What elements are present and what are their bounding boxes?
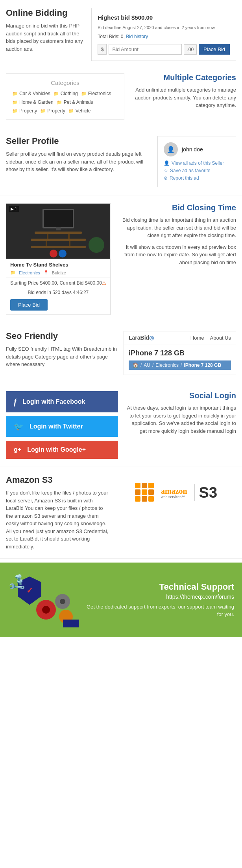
category-item-clothing[interactable]: 📁 Clothing: [54, 91, 78, 96]
online-bidding-section: Online Bidding Manage online bid with th…: [0, 0, 242, 65]
category-item-pets[interactable]: 📁 Pet & Animals: [57, 99, 93, 105]
category-item-car[interactable]: 📁 Car & Vehicles: [12, 91, 50, 96]
categories-box: Categories 📁 Car & Vehicles 📁 Clothing 📁…: [6, 73, 124, 120]
category-item-property2[interactable]: 📁 Property: [40, 108, 65, 114]
brand-logo: LaraBid◎: [129, 335, 154, 341]
nav-home-link[interactable]: Home: [190, 335, 204, 341]
amazon-logo-box: amazon web services™ S3: [116, 475, 236, 511]
folder-icon-clothing: 📁: [54, 91, 59, 96]
amazon-description: If you don't like keep the files / photo…: [6, 489, 110, 550]
aws-brand-text: amazon: [161, 487, 187, 496]
highest-bid-label: Highest bid $500.00: [98, 14, 230, 21]
browser-content: iPhone 7 128 GB 🏠 / AU / Electronics / i…: [124, 344, 236, 375]
social-buttons: f Login with Facebook 🐦 Login with Twitt…: [6, 391, 118, 459]
category-item-home[interactable]: 📁 Home & Garden: [12, 99, 54, 105]
categories-grid: 📁 Car & Vehicles 📁 Clothing 📁 Electronic…: [12, 91, 118, 114]
folder-icon-home: 📁: [12, 100, 18, 105]
view-all-ads-link[interactable]: 👤 View all ads of this Seller: [164, 160, 230, 166]
social-login-text: Social Login At these days, social login…: [124, 391, 236, 435]
seller-profile-section: Seller Profile Seller profiles you will …: [0, 130, 242, 193]
tech-support-url: https://themeqx.com/forums: [85, 594, 234, 600]
product-price: Starting Price $400.00, Current Bid $400…: [6, 278, 110, 288]
social-login-description: At these days, social login is an import…: [124, 404, 236, 435]
seo-browser-box: LaraBid◎ Home About Us iPhone 7 128 GB 🏠…: [124, 331, 236, 375]
category-item-electronics[interactable]: 📁 Electronics: [81, 91, 111, 96]
tech-support-icons: ✓ 🔧 🔩: [8, 572, 79, 627]
category-item-property1[interactable]: 📁 Property: [12, 108, 37, 114]
breadcrumb-electronics: Electronics: [155, 362, 179, 368]
online-bidding-text: Online Bidding Manage online bid with th…: [6, 8, 85, 61]
product-category-link[interactable]: Electronics: [19, 270, 40, 275]
place-bid-button[interactable]: Place Bid: [199, 44, 230, 55]
gear-red-icon: [36, 600, 56, 620]
tech-support-description: Get the dedicated support from experts, …: [85, 603, 234, 618]
breadcrumb-au: AU: [144, 362, 150, 368]
seo-description: Fully SEO friendly HTML tag With Breadcr…: [6, 345, 118, 368]
report-ad-link[interactable]: ⊗ Report this ad: [164, 175, 230, 181]
product-bid-closing-section: ▶ 1: [0, 197, 242, 321]
tech-support-title: Technical Support: [85, 582, 234, 592]
product-image: ▶ 1: [6, 204, 110, 259]
bid-history-link[interactable]: Bid history: [126, 34, 148, 39]
aws-sub-text: web services™: [161, 495, 187, 499]
google-login-button[interactable]: g+ Login with Google+: [6, 441, 118, 459]
bid-deadline-text: Bid deadline August 27, 2020 and closes …: [98, 25, 230, 31]
online-bidding-title: Online Bidding: [6, 8, 85, 18]
blue-rect: [63, 620, 79, 627]
product-meta: 📁 Electronics 📍 Bulqize: [6, 269, 110, 276]
twitter-icon: 🐦: [14, 422, 24, 431]
seller-links: 👤 View all ads of this Seller ☆ Save ad …: [164, 160, 230, 181]
social-login-section: f Login with Facebook 🐦 Login with Twitt…: [0, 385, 242, 465]
bid-closing-paragraph1: Bid closing time is an important thing i…: [116, 216, 236, 239]
save-favorite-link[interactable]: ☆ Save ad as favorite: [164, 168, 230, 173]
categories-section: Categories 📁 Car & Vehicles 📁 Clothing 📁…: [0, 69, 242, 126]
facebook-login-button[interactable]: f Login with Facebook: [6, 391, 118, 412]
user-icon: 👤: [164, 160, 170, 166]
social-login-title: Social Login: [124, 391, 236, 400]
gear-gray-icon: [55, 594, 70, 609]
folder-icon-property1: 📁: [12, 108, 18, 114]
nav-about-link[interactable]: About Us: [210, 335, 231, 341]
browser-nav: LaraBid◎ Home About Us: [124, 331, 236, 344]
facebook-icon: f: [14, 397, 17, 407]
multiple-categories-text: Multiple Categories Add unlimited multip…: [130, 73, 236, 109]
bid-input-row: $ .00 Place Bid: [98, 44, 230, 55]
aws-text-block: amazon web services™: [161, 487, 187, 499]
star-icon: ☆: [164, 168, 168, 173]
seo-section: Seo Friendly Fully SEO friendly HTML tag…: [0, 325, 242, 381]
product-bid-btn-container: Place Bid: [10, 299, 106, 311]
amazon-s3-section: Amazon S3 If you don't like keep the fil…: [0, 469, 242, 556]
categories-title: Categories: [12, 79, 118, 86]
product-title: Home Tv Stand Shelves: [6, 259, 110, 269]
online-bidding-description: Manage online bid with this PHP auction …: [6, 22, 85, 53]
dollar-sign: $: [98, 44, 107, 55]
category-item-vehicle[interactable]: 📁 Vehicle: [68, 108, 91, 114]
seo-text: Seo Friendly Fully SEO friendly HTML tag…: [6, 331, 118, 368]
tech-support-footer: ✓ 🔧 🔩 Technical Support https://themeqx.…: [0, 563, 242, 637]
product-bid-ends: Bid ends in 520 days 4:46:27: [6, 288, 110, 297]
seller-text: Seller Profile Seller profiles you will …: [6, 136, 151, 173]
seller-profile-description: Seller profiles you will find on every p…: [6, 150, 151, 173]
aws-boxes-visual: [135, 483, 154, 503]
folder-icon-pets: 📁: [57, 100, 62, 105]
folder-icon: 📁: [10, 270, 16, 275]
seller-profile-box: 👤 john doe 👤 View all ads of this Seller…: [157, 136, 236, 187]
total-bids: Total Bids: 0, Bid history: [98, 34, 230, 39]
folder-icon-property2: 📁: [40, 108, 46, 114]
amazon-logo: amazon web services™ S3: [135, 483, 217, 503]
folder-icon-electronics: 📁: [81, 91, 87, 96]
twitter-login-button[interactable]: 🐦 Login with Twitter: [6, 416, 118, 437]
seller-header: 👤 john doe: [164, 142, 230, 156]
product-location: Bulqize: [52, 270, 66, 275]
report-icon: ⊗: [164, 175, 168, 181]
warning-icon: ⚠: [102, 280, 106, 286]
bid-closing-paragraph2: It will show a countdown in every ad pre…: [116, 243, 236, 267]
place-bid-product-button[interactable]: Place Bid: [10, 299, 48, 311]
tech-support-text: Technical Support https://themeqx.com/fo…: [85, 582, 234, 618]
folder-icon-car: 📁: [12, 91, 18, 96]
s3-badge: S3: [194, 484, 217, 501]
browser-page-title: iPhone 7 128 GB: [129, 349, 231, 357]
avatar: 👤: [164, 142, 178, 156]
multiple-categories-title: Multiple Categories: [130, 73, 236, 82]
bid-amount-input[interactable]: [109, 44, 182, 55]
